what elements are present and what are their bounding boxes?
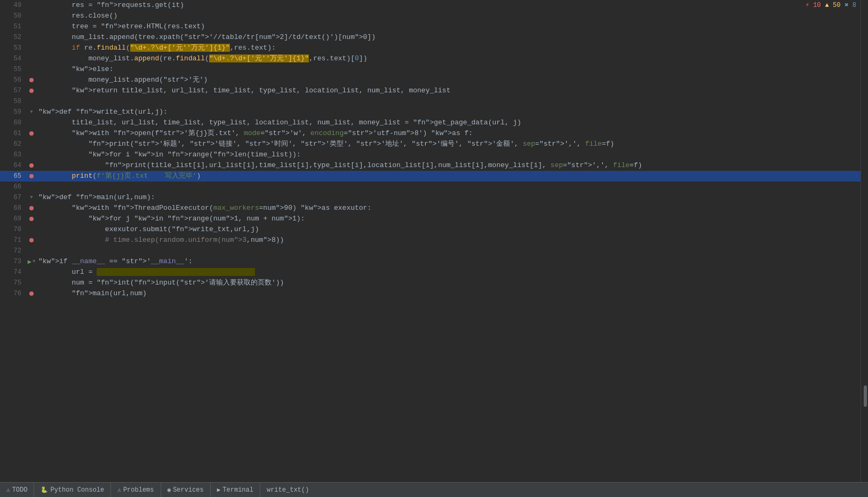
line-number: 71 [0,235,27,246]
breakpoint-icon[interactable] [29,89,34,93]
fold-icon[interactable] [30,109,33,115]
line-content: "kw">with "fn">open(f"str">'第{j}页.txt', … [36,128,861,139]
code-line-68: 68 "kw">with "fn">ThreadPoolExecutor(max… [0,203,861,214]
services-icon: ◉ [168,486,171,493]
breakpoint-icon[interactable] [29,238,34,242]
gutter-icon[interactable] [27,21,36,32]
line-content: num = "fn">int("fn">input("str">'请输入要获取的… [36,278,861,288]
breakpoint-icon[interactable] [29,206,34,210]
gutter-icon[interactable] [27,171,36,182]
line-content: "kw">for i "kw">in "fn">range("fn">len(t… [36,149,861,160]
breakpoint-icon[interactable] [29,78,34,82]
breakpoint-icon[interactable] [29,291,34,296]
gutter-icon[interactable] [27,43,36,53]
warn-icon: ▲ [825,2,829,9]
line-number: 57 [0,85,27,96]
line-number: 60 [0,117,27,128]
fold-icon[interactable] [33,259,35,264]
gutter-icon[interactable] [27,246,36,256]
gutter-icon[interactable] [27,11,36,21]
code-line-58: 58 [0,96,861,107]
gutter-icon[interactable] [27,288,36,299]
gutter-icon[interactable] [27,182,36,192]
gutter-icon[interactable] [27,278,36,288]
gutter-icon[interactable] [27,53,36,64]
gutter-icon[interactable] [27,85,36,96]
gutter-icon[interactable] [27,128,36,139]
terminal-label: Terminal [222,486,253,494]
todo-label: TODO [12,486,28,494]
gutter-icon[interactable] [27,96,36,107]
gutter-icon[interactable] [27,139,36,149]
code-line-52: 52 num_list.append(tree.xpath("str">'//t… [0,32,861,43]
bottom-item-problems[interactable]: ⚠ Problems [111,483,161,497]
line-number: 68 [0,203,27,214]
gutter-icon[interactable] [27,192,36,203]
gutter-icon[interactable] [27,117,36,128]
gutter-icon[interactable] [27,149,36,160]
line-number: 56 [0,75,27,85]
function-status: write_txt() [260,486,315,494]
code-line-65: 65 print(f'第{j}页.txt 写入完毕') [0,171,861,182]
gutter-icon[interactable] [27,107,36,117]
breakpoint-icon[interactable] [29,131,34,136]
line-content: "kw">def "fn">main(url,num): [36,192,861,203]
line-number: 58 [0,96,27,107]
line-content: "fn">main(url,num) [36,288,861,299]
code-line-76: 76 "fn">main(url,num) [0,288,861,299]
line-number: 53 [0,43,27,53]
line-content: title_list, url_list, time_list, type_li… [36,117,861,128]
breakpoint-icon[interactable] [29,217,34,221]
gutter-icon[interactable] [27,224,36,235]
code-line-69: 69 "kw">for j "kw">in "fn">range(num">1,… [0,214,861,224]
gutter-icon[interactable] [27,160,36,171]
line-content: exexutor.submit("fn">write_txt,url,j) [36,224,861,235]
gutter-icon[interactable] [27,64,36,75]
line-number: 49 [0,0,27,11]
editor-area: ⚡ 10 ▲ 50 ✖ 8 49 res = "fn">requests.get… [0,0,868,482]
gutter-icon[interactable] [27,214,36,224]
code-line-50: 50 res.close() [0,11,861,21]
bottom-item-terminal[interactable]: ▶ Terminal [211,483,260,497]
bottom-item-services[interactable]: ◉ Services [161,483,211,497]
code-line-75: 75 num = "fn">int("fn">input("str">'请输入要… [0,278,861,288]
gutter-icon[interactable] [27,0,36,11]
code-line-57: 57 "kw">return title_list, url_list, tim… [0,85,861,96]
bottom-bar: ⚠ TODO 🐍 Python Console ⚠ Problems ◉ Ser… [0,482,868,497]
line-content [36,246,861,256]
line-content: # time.sleep(random.uniform(num">3,num">… [36,235,861,246]
function-name: write_txt() [267,486,309,494]
code-line-56: 56 money_list.append("str">'无') [0,75,861,85]
warn-notification: ▲ 50 [825,2,841,9]
error-icon: ⚡ [806,2,809,9]
line-content: url = '█████████████████████████████████… [36,267,861,278]
scrollbar-thumb[interactable] [864,385,867,407]
breakpoint-icon[interactable] [29,163,34,168]
line-number: 75 [0,278,27,288]
code-line-63: 63 "kw">for i "kw">in "fn">range("fn">le… [0,149,861,160]
gutter-icon[interactable] [27,235,36,246]
error-count: 10 [813,2,821,9]
line-number: 61 [0,128,27,139]
gutter-icon[interactable] [27,267,36,278]
line-number: 72 [0,246,27,256]
bottom-item-todo[interactable]: ⚠ TODO [0,483,34,497]
line-number: 52 [0,32,27,43]
gutter-icon[interactable] [27,32,36,43]
code-line-71: 71 # time.sleep(random.uniform(num">3,nu… [0,235,861,246]
breakpoint-icon[interactable] [29,174,34,178]
code-line-61: 61 "kw">with "fn">open(f"str">'第{j}页.txt… [0,128,861,139]
fold-icon[interactable] [30,195,33,200]
code-editor[interactable]: 49 res = "fn">requests.get(it)50 res.clo… [0,0,861,482]
terminal-icon: ▶ [217,486,221,493]
notifications-bar: ⚡ 10 ▲ 50 ✖ 8 [802,0,859,10]
bottom-item-python-console[interactable]: 🐍 Python Console [34,483,111,497]
gutter-icon[interactable] [27,75,36,85]
code-line-66: 66 [0,182,861,192]
gutter-icon[interactable] [27,203,36,214]
line-content: "fn">print("str">'标题', "str">'链接', "str"… [36,139,861,149]
scrollbar-panel[interactable] [861,0,868,482]
code-line-64: 64 "fn">print(title_list[i],url_list[i],… [0,160,861,171]
gutter-icon[interactable]: ▶ [27,256,36,267]
run-icon[interactable]: ▶ [28,258,31,266]
